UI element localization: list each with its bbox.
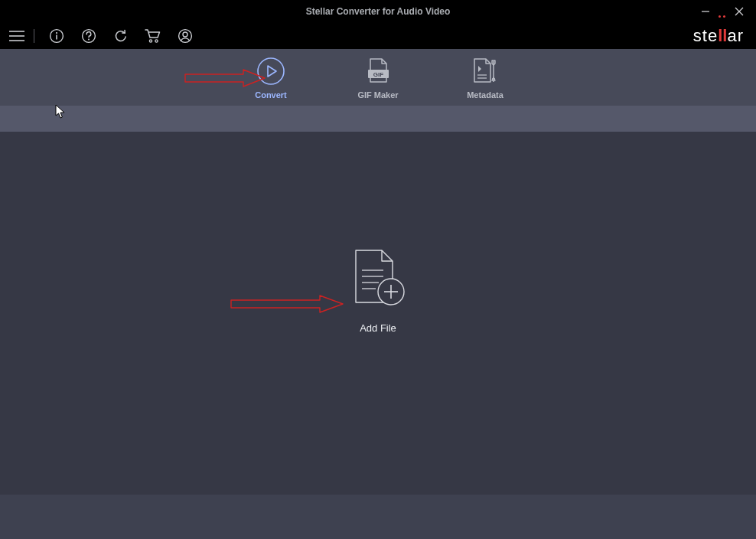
- help-button[interactable]: [79, 26, 99, 46]
- svg-point-15: [258, 58, 284, 84]
- menu-button[interactable]: [8, 27, 26, 45]
- refresh-icon: [113, 28, 129, 44]
- window-title: Stellar Converter for Audio Video: [306, 6, 451, 17]
- svg-point-11: [149, 40, 152, 42]
- account-button[interactable]: [175, 26, 195, 46]
- help-icon: [81, 28, 96, 44]
- close-icon: [735, 7, 744, 16]
- titlebar: Stellar Converter for Audio Video: [0, 0, 756, 23]
- svg-text:GIF: GIF: [373, 71, 383, 78]
- account-icon: [178, 28, 193, 44]
- info-button[interactable]: [47, 26, 67, 46]
- play-circle-icon: [256, 57, 285, 86]
- minimize-icon: [701, 7, 710, 16]
- svg-point-10: [88, 38, 90, 40]
- tab-label: Metadata: [467, 90, 503, 100]
- minimize-button[interactable]: [689, 0, 722, 23]
- cart-icon: [145, 28, 161, 44]
- cart-button[interactable]: [143, 26, 163, 46]
- metadata-icon: [468, 57, 502, 86]
- refresh-button[interactable]: [111, 26, 131, 46]
- secondary-bar: [0, 106, 756, 132]
- top-toolbar: stellar: [0, 23, 756, 49]
- mode-bar: Convert GIF GIF Maker: [0, 49, 756, 106]
- info-icon: [49, 28, 64, 44]
- tab-convert[interactable]: Convert: [244, 57, 298, 100]
- tab-metadata[interactable]: Metadata: [458, 57, 512, 100]
- close-button[interactable]: [722, 0, 756, 23]
- bottom-bar: [0, 495, 756, 539]
- svg-point-12: [155, 40, 158, 42]
- brand-logo: stellar: [693, 23, 744, 49]
- add-file-label: Add File: [360, 322, 396, 334]
- svg-point-7: [56, 32, 57, 34]
- main-content: Add File: [0, 132, 756, 495]
- tab-gif-maker[interactable]: GIF GIF Maker: [351, 57, 405, 100]
- divider: [34, 29, 34, 43]
- add-file-button[interactable]: Add File: [348, 247, 408, 334]
- svg-point-14: [183, 32, 187, 37]
- add-file-icon: [348, 247, 408, 309]
- annotation-arrow-icon: [230, 294, 346, 314]
- gif-file-icon: GIF: [363, 57, 393, 86]
- tab-label: Convert: [255, 90, 287, 100]
- window-controls: [689, 0, 756, 23]
- menu-icon: [9, 31, 24, 41]
- tab-label: GIF Maker: [357, 90, 398, 100]
- app-window: Stellar Converter for Audio Video: [0, 0, 756, 539]
